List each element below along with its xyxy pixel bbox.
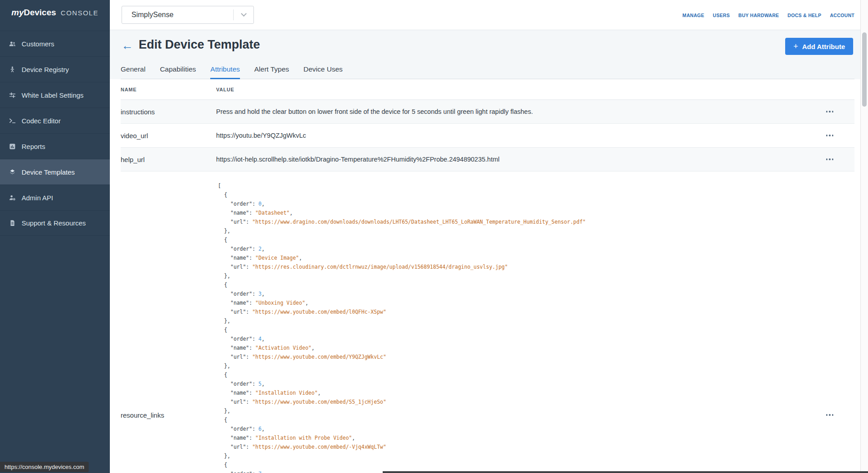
topnav-account[interactable]: ACCOUNT [830,13,854,18]
code-line: }, [218,361,586,370]
code-line: }, [218,316,586,325]
code-line: "url": "https://res.cloudinary.com/dctlr… [218,262,586,271]
code-line: }, [218,226,586,235]
row-actions-button[interactable] [825,108,835,115]
tab-alert-types[interactable]: Alert Types [254,65,289,79]
vertical-scrollbar-thumb[interactable] [862,32,867,107]
topnav-manage[interactable]: MANAGE [683,13,704,18]
topnav-buy-hardware[interactable]: BUY HARDWARE [738,13,779,18]
device-registry-icon [8,65,16,73]
code-line: "order": 2, [218,244,586,253]
code-line: "url": "https://www.youtube.com/embed/-V… [218,442,586,451]
row-actions-button[interactable] [825,156,835,163]
attribute-name: help_url [121,156,216,163]
attribute-value: https://youtu.be/Y9QZJgWkvLc [216,132,825,139]
code-line: "order": 4, [218,334,586,343]
status-url-tooltip: https://console.mydevices.com [0,462,89,472]
code-line: "order": 5, [218,379,586,388]
page-title: Edit Device Template [139,38,260,52]
sliders-icon [8,91,16,99]
tab-general[interactable]: General [121,65,145,79]
sidebar-items: CustomersDevice RegistryWhite Label Sett… [0,31,110,236]
sidebar-item-label: Device Registry [22,66,69,73]
code-line: "order": 0, [218,199,586,208]
attribute-value: https://iot-help.scrollhelp.site/iotkb/D… [216,156,825,163]
sidebar-item-label: Codec Editor [22,117,61,125]
sidebar-item-reports[interactable]: Reports [0,133,110,159]
attributes-table: NAME VALUE instructionsPress and hold th… [110,79,868,473]
horizontal-scrollbar-thumb[interactable] [383,471,868,473]
table-row-help-url: help_urlhttps://iot-help.scrollhelp.site… [121,148,854,171]
code-line: "order": 3, [218,289,586,298]
sidebar-item-codec-editor[interactable]: Codec Editor [0,108,110,133]
code-line: { [218,415,586,424]
code-line: { [218,370,586,379]
code-line: "name": "Activation Video", [218,343,586,352]
topnav: MANAGEUSERSBUY HARDWAREDOCS & HELPACCOUN… [683,0,854,30]
topnav-users[interactable]: USERS [713,13,730,18]
sidebar-item-device-templates[interactable]: Device Templates [0,159,110,185]
back-arrow-button[interactable]: ← [122,40,133,51]
code-line: "name": "Datasheet", [218,208,586,217]
attribute-name: instructions [121,108,216,116]
sidebar-item-white-label-settings[interactable]: White Label Settings [0,82,110,108]
tab-attributes[interactable]: Attributes [210,65,240,79]
code-line: "name": "Device Image", [218,253,586,262]
code-line: [ [218,181,586,190]
code-line: "url": "https://www.youtube.com/embed/l0… [218,307,586,316]
sidebar-item-customers[interactable]: Customers [0,31,110,56]
code-line: "url": "https://www.youtube.com/embed/Y9… [218,352,586,361]
row-actions-button[interactable] [825,132,835,139]
sidebar-item-label: White Label Settings [22,91,84,99]
code-line: "name": "Unboxing Video", [218,298,586,307]
vertical-scrollbar-track [860,0,868,473]
sidebar-item-label: Device Templates [22,168,75,176]
sidebar: myDevices CONSOLE CustomersDevice Regist… [0,0,110,473]
tab-device-uses[interactable]: Device Uses [303,65,343,79]
code-line: }, [218,271,586,280]
table-row-resource-links: resource_links [ { "order": 0, "name": "… [121,171,854,473]
column-header-value: VALUE [216,87,854,92]
table-header: NAME VALUE [121,79,854,100]
chevron-down-icon[interactable] [234,14,253,16]
code-line: "order": 6, [218,424,586,433]
sidebar-item-admin-api[interactable]: Admin API [0,185,110,210]
add-attribute-label: Add Attribute [802,43,845,50]
code-line: "url": "https://www.dragino.com/download… [218,217,586,226]
table-row-video-url: video_urlhttps://youtu.be/Y9QZJgWkvLc [121,124,854,148]
attribute-name: resource_links [121,411,216,419]
code-line: { [218,325,586,334]
code-line: { [218,190,586,199]
table-row-instructions: instructionsPress and hold the clear but… [121,100,854,124]
code-line: { [218,235,586,244]
app-selector-value: SimplySense [122,11,233,19]
tab-bar: GeneralCapabilitiesAttributesAlert Types… [121,64,854,79]
topnav-docs-help[interactable]: DOCS & HELP [787,13,821,18]
code-line: }, [218,406,586,415]
resource-links-json-code: [ { "order": 0, "name": "Datasheet", "ur… [218,171,586,473]
bar-chart-icon [8,142,16,150]
tab-capabilities[interactable]: Capabilities [160,65,196,79]
logo-my: my [11,8,23,17]
mydevices-logo: myDevices CONSOLE [0,8,110,18]
user-gear-icon [8,194,16,202]
attribute-value: Press and hold the clear button on lower… [216,108,825,115]
topbar: SimplySense MANAGEUSERSBUY HARDWAREDOCS … [110,0,868,30]
add-attribute-button[interactable]: + Add Attribute [785,38,853,55]
sidebar-item-device-registry[interactable]: Device Registry [0,56,110,82]
main-content: ← Edit Device Template + Add Attribute G… [110,30,868,473]
terminal-icon [8,117,16,125]
code-line: "name": "Installation Video", [218,388,586,397]
sidebar-item-label: Support & Resources [22,219,86,227]
plus-icon: + [793,42,798,50]
sidebar-item-support-resources[interactable]: Support & Resources [0,210,110,236]
column-header-name: NAME [121,87,216,92]
app-selector-dropdown[interactable]: SimplySense [122,6,254,24]
row-actions-button[interactable] [825,411,835,419]
customers-icon [8,40,16,48]
layers-icon [8,168,16,176]
sidebar-item-label: Reports [22,143,45,150]
document-icon [8,219,16,227]
sidebar-item-label: Customers [22,40,54,48]
attribute-name: video_url [121,132,216,140]
